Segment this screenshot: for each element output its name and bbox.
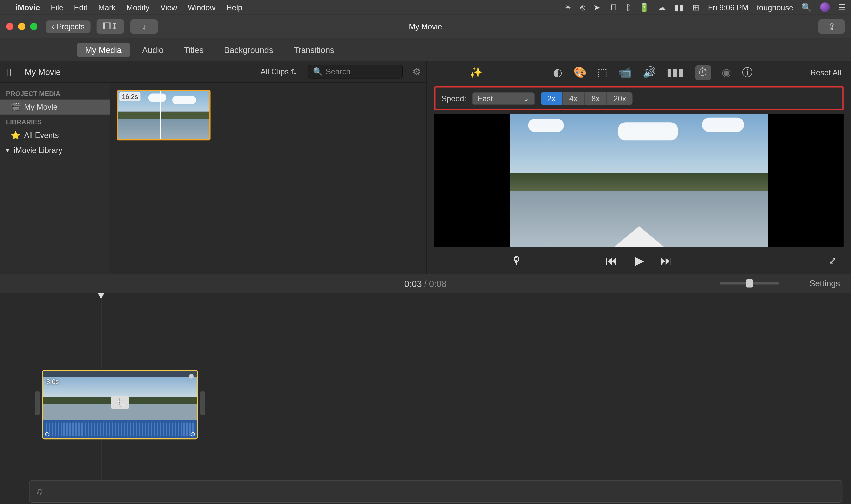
next-button[interactable]: ⏭ xyxy=(660,254,672,268)
audio-fade-out-handle[interactable] xyxy=(191,432,195,436)
music-note-icon: ♫ xyxy=(35,486,42,497)
preview-viewer[interactable] xyxy=(434,114,844,247)
speed-controls-highlight: Speed: Fast⌄ 2x 4x 8x 20x xyxy=(434,87,844,110)
download-button[interactable]: ↓ xyxy=(130,19,158,34)
finder-icon[interactable]: ⎋ xyxy=(580,2,585,12)
play-button[interactable]: ▶ xyxy=(635,253,644,268)
menu-file[interactable]: File xyxy=(51,3,63,12)
sidebar-item-label: My Movie xyxy=(24,103,57,112)
library-sidebar: PROJECT MEDIA 🎬 My Movie LIBRARIES ⭐ All… xyxy=(0,83,110,274)
video-overlay-icon[interactable]: ◉ xyxy=(722,66,731,79)
spotlight-icon[interactable]: 🔍 xyxy=(801,2,812,12)
tab-audio[interactable]: Audio xyxy=(134,42,172,57)
cloud-icon[interactable]: ☁ xyxy=(657,2,666,12)
speed-multiplier-group: 2x 4x 8x 20x xyxy=(541,92,633,105)
sidebar-item-label: All Events xyxy=(24,131,58,140)
reset-all-button[interactable]: Reset All xyxy=(811,68,841,77)
grid-icon[interactable]: ⊞ xyxy=(692,2,700,12)
bluetooth-icon[interactable]: ᛒ xyxy=(626,2,631,12)
disclosure-triangle-icon[interactable]: ▼ xyxy=(5,147,10,153)
gear-icon[interactable]: ⚙ xyxy=(412,66,420,77)
menu-mark[interactable]: Mark xyxy=(98,3,116,12)
display-icon[interactable]: 🖥 xyxy=(609,2,617,12)
updown-icon: ⇅ xyxy=(291,67,297,76)
timeline[interactable]: 8.0s 🐇 ♫ xyxy=(0,293,851,503)
playback-controls: 🎙 ⏮ ▶ ⏭ ⤢ xyxy=(427,247,851,274)
menu-modify[interactable]: Modify xyxy=(126,3,149,12)
media-clip-thumbnail[interactable]: 16.2s xyxy=(117,90,211,141)
projects-back-button[interactable]: ‹ Projects xyxy=(46,20,91,33)
menubar-user[interactable]: toughouse xyxy=(757,3,794,12)
noise-eq-icon[interactable]: ▮▮▮ xyxy=(667,66,685,79)
sidebar-item-imovie-library[interactable]: ▼ iMovie Library xyxy=(0,143,110,158)
sidebar-item-label: iMovie Library xyxy=(14,146,62,155)
tab-titles[interactable]: Titles xyxy=(176,42,212,57)
timeline-clip[interactable]: 8.0s 🐇 xyxy=(42,370,198,439)
zoom-window-button[interactable] xyxy=(30,23,37,30)
speed-4x-button[interactable]: 4x xyxy=(563,92,585,105)
sidebar-toggle-icon[interactable]: ◫ xyxy=(6,66,15,77)
clip-trim-handle-left[interactable] xyxy=(35,391,39,415)
tab-my-media[interactable]: My Media xyxy=(77,42,130,57)
project-media-header: PROJECT MEDIA xyxy=(0,87,110,100)
clip-trim-handle-right[interactable] xyxy=(200,391,205,415)
app-menu[interactable]: iMovie xyxy=(16,3,40,12)
info-icon[interactable]: ⓘ xyxy=(742,66,753,80)
media-browser[interactable]: 16.2s xyxy=(110,83,427,274)
timeline-clip-duration: 8.0s xyxy=(46,378,59,385)
speed-label: Speed: xyxy=(441,94,466,103)
speed-dropdown[interactable]: Fast⌄ xyxy=(472,92,535,105)
crop-icon[interactable]: ⬚ xyxy=(597,66,608,79)
sidebar-item-all-events[interactable]: ⭐ All Events xyxy=(0,128,110,143)
zoom-slider[interactable] xyxy=(720,282,779,284)
clip-duration-label: 16.2s xyxy=(119,92,140,101)
timeline-settings-button[interactable]: Settings xyxy=(810,278,840,288)
macos-menubar: iMovie File Edit Mark Modify View Window… xyxy=(0,0,851,14)
background-audio-track[interactable]: ♫ xyxy=(29,480,843,503)
minimize-window-button[interactable] xyxy=(18,23,25,30)
menu-help[interactable]: Help xyxy=(227,3,242,12)
fullscreen-icon[interactable]: ⤢ xyxy=(829,255,836,266)
menu-view[interactable]: View xyxy=(160,3,177,12)
menubar-clock[interactable]: Fri 9:06 PM xyxy=(708,3,748,12)
search-placeholder: Search xyxy=(326,67,350,76)
menu-window[interactable]: Window xyxy=(188,3,215,12)
wechat-icon[interactable]: ✴ xyxy=(565,2,572,12)
volume-icon[interactable]: 🔊 xyxy=(642,66,656,79)
prev-button[interactable]: ⏮ xyxy=(606,254,618,268)
speed-2x-button[interactable]: 2x xyxy=(541,92,563,105)
clip-speed-handle[interactable] xyxy=(189,374,194,379)
import-media-button[interactable]: 🎞↧ xyxy=(97,19,124,34)
chevron-left-icon: ‹ xyxy=(52,22,54,31)
battery-icon[interactable]: 🔋 xyxy=(639,2,649,12)
battery2-icon[interactable]: ▮▮ xyxy=(674,2,684,12)
traffic-lights xyxy=(6,23,37,30)
clip-filter-dropdown[interactable]: All Clips⇅ xyxy=(260,67,297,76)
projects-label: Projects xyxy=(56,22,85,31)
speed-icon[interactable]: ⏱ xyxy=(695,65,711,80)
search-icon: 🔍 xyxy=(313,67,323,76)
siri-icon[interactable] xyxy=(820,2,830,12)
browser-header: ◫ My Movie All Clips⇅ 🔍 Search ⚙ xyxy=(0,61,427,83)
share-button[interactable]: ⇪ xyxy=(818,19,845,34)
stabilization-icon[interactable]: 📹 xyxy=(618,66,632,79)
event-title: My Movie xyxy=(24,67,60,76)
location-icon[interactable]: ➤ xyxy=(593,2,601,12)
tab-backgrounds[interactable]: Backgrounds xyxy=(216,42,282,57)
sidebar-item-my-movie[interactable]: 🎬 My Movie xyxy=(0,100,110,115)
search-input[interactable]: 🔍 Search xyxy=(308,65,402,79)
color-balance-icon[interactable]: ◐ xyxy=(553,66,563,79)
speed-20x-button[interactable]: 20x xyxy=(607,92,633,105)
notification-center-icon[interactable]: ☰ xyxy=(838,2,846,12)
speed-8x-button[interactable]: 8x xyxy=(585,92,607,105)
audio-fade-in-handle[interactable] xyxy=(45,432,49,436)
magic-wand-icon[interactable]: ✨ xyxy=(469,66,483,79)
timecode-display: 0:03 / 0:08 xyxy=(404,278,447,289)
voiceover-icon[interactable]: 🎙 xyxy=(511,254,522,267)
adjustments-toolbar: ✨ ◐ 🎨 ⬚ 📹 🔊 ▮▮▮ ⏱ ◉ ⓘ Reset All xyxy=(427,61,851,84)
menu-edit[interactable]: Edit xyxy=(74,3,87,12)
close-window-button[interactable] xyxy=(6,23,13,30)
tab-transitions[interactable]: Transitions xyxy=(285,42,343,57)
clip-speed-badge: 🐇 xyxy=(111,396,129,409)
color-correction-icon[interactable]: 🎨 xyxy=(574,66,587,79)
